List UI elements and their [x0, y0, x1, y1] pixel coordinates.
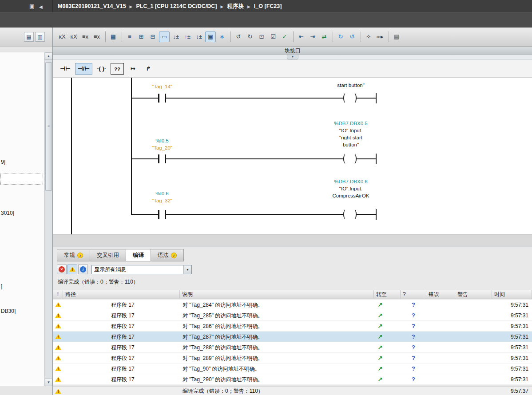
access-rights-icon[interactable]: ✧ [363, 32, 374, 42]
rename-tag-icon[interactable]: ▦ [108, 32, 119, 42]
nc-contact-icon[interactable]: ⊣/⊢ [75, 63, 92, 75]
contact-tag-label[interactable]: "Tag_14" [152, 84, 172, 89]
no-contact[interactable] [158, 94, 166, 103]
column-warnings[interactable]: 警告 [455, 290, 492, 299]
coil-operand-label[interactable]: "right start [339, 135, 362, 140]
close-branch-icon[interactable]: ↱ [142, 63, 155, 75]
tab-general[interactable]: 常规 i [57, 249, 90, 261]
insert-box-down-icon[interactable]: ↓± [171, 32, 181, 42]
tab-syntax[interactable]: 语法 i [151, 249, 184, 261]
breadcrumb-plc[interactable]: PLC_1 [CPU 1214C DC/DC/DC] [136, 3, 217, 9]
tree-selected-item[interactable] [0, 174, 43, 185]
table-row[interactable]: ! 程序段 17 对 "Tag_285" 的访问地址不明确。 ↗ ? 9:57:… [53, 310, 532, 321]
help-question-icon[interactable]: ? [401, 374, 426, 385]
chevron-down-icon[interactable]: ▼ [183, 265, 191, 274]
sync-icon[interactable]: ⇄ [319, 32, 330, 42]
call-structure-icon[interactable]: ⊡ [256, 32, 267, 42]
breadcrumb-program-blocks[interactable]: 程序块 [227, 3, 244, 9]
tree-item-fragment[interactable]: 3010] [1, 210, 14, 216]
coil-address-label[interactable]: %DB7.DBX0.5 [334, 121, 367, 126]
go-to-next-icon[interactable]: ↻ [245, 32, 255, 42]
contact-tag-label[interactable]: "Tag_20" [152, 145, 172, 150]
goto-arrow-icon[interactable]: ↗ [374, 300, 401, 310]
contact-tag-label[interactable]: "Tag_32" [152, 198, 172, 203]
absolute-operands-icon[interactable]: ĸX [57, 32, 67, 42]
no-contact[interactable] [158, 154, 166, 163]
breadcrumb-project[interactable]: M083E20190121_V14_V15 [58, 3, 126, 9]
help-question-icon[interactable]: ? [401, 363, 426, 374]
show-comments-icon[interactable]: ▭ [159, 32, 170, 42]
ladder-network-canvas[interactable]: "Tag_14" start button" %DB7.DBX0.5 "IO".… [53, 78, 532, 234]
insert-branch-icon[interactable]: ↕± [194, 32, 204, 42]
coil-address-label[interactable]: %DB7.DBX0.6 [334, 179, 367, 184]
coil-operand-label[interactable]: start button" [337, 83, 365, 88]
help-question-icon[interactable]: ? [401, 310, 426, 321]
monitoring-icon[interactable]: ∞▸ [375, 32, 385, 42]
help-question-icon[interactable]: ? [401, 342, 426, 353]
coil-icon[interactable]: -( )- [95, 63, 108, 75]
contact-address-label[interactable]: %I0.6 [155, 191, 168, 196]
tree-detail-icon[interactable]: ▥ [35, 32, 45, 42]
table-row-selected[interactable]: ! 程序段 17 对 "Tag_287" 的访问地址不明确。 ↗ ? 9:57:… [53, 332, 532, 342]
tree-item-fragment[interactable]: ] [1, 283, 2, 289]
help-question-icon[interactable]: ? [401, 300, 426, 310]
column-path[interactable]: 路径 [63, 290, 180, 299]
collapse-handle-icon[interactable]: ▼ [287, 55, 298, 59]
help-question-icon[interactable]: ? [401, 332, 426, 342]
column-help[interactable]: ? [401, 290, 426, 299]
breadcrumb-block[interactable]: I_O [FC23] [254, 3, 282, 9]
empty-box-icon[interactable]: ?? [111, 63, 124, 75]
tree-item-fragment[interactable]: DB30] [1, 308, 16, 314]
table-row[interactable]: ! 程序段 17 对 "Tag_284" 的访问地址不明确。 ↗ ? 9:57:… [53, 300, 532, 310]
coil-operand-label[interactable]: CompressAirOK [332, 193, 369, 198]
symbolic-operands-icon[interactable]: ĸX [68, 32, 79, 42]
goto-arrow-icon[interactable]: ↗ [374, 332, 401, 342]
goto-arrow-icon[interactable]: ↗ [374, 363, 401, 374]
table-row[interactable]: ! 程序段 17 对 "Tag_289" 的访问地址不明确。 ↗ ? 9:57:… [53, 353, 532, 363]
table-row[interactable]: ! 程序段 17 对 "Tag_288" 的访问地址不明确。 ↗ ? 9:57:… [53, 342, 532, 353]
output-coil[interactable] [343, 209, 357, 219]
scroll-down-icon[interactable]: ▼ [45, 379, 52, 386]
table-row[interactable]: ! 程序段 17 对 "Tag_286" 的访问地址不明确。 ↗ ? 9:57:… [53, 321, 532, 332]
column-errors[interactable]: 错误 [426, 290, 455, 299]
goto-arrow-icon[interactable]: ↗ [374, 353, 401, 363]
filter-errors-button[interactable]: ✕ [57, 265, 67, 274]
network-titles-icon[interactable]: ≡x [91, 32, 102, 42]
freeform-comment-icon[interactable]: ▣ [205, 32, 216, 42]
insert-favorite-icon[interactable]: ∗ [217, 32, 227, 42]
update-calls-icon[interactable]: ☑ [268, 32, 278, 42]
insert-box-up-icon[interactable]: ↑± [182, 32, 193, 42]
table-row[interactable]: ! 程序段 17 对 "Tag_90" 的访问地址不明确。 ↗ ? 9:57:3… [53, 363, 532, 374]
block-interface-bar[interactable]: 块接口 [53, 47, 532, 55]
message-filter-dropdown[interactable]: 显示所有消息 ▼ [91, 265, 192, 274]
output-coil[interactable] [343, 93, 357, 103]
window-layout-icon[interactable]: ▣ [29, 3, 34, 10]
open-branch-icon[interactable]: ↦ [126, 63, 139, 75]
pane-splitter[interactable] [53, 234, 532, 247]
column-description[interactable]: 说明 [180, 290, 374, 299]
coil-operand-label[interactable]: "IO".Input. [339, 128, 362, 133]
help-question-icon[interactable]: ? [401, 321, 426, 332]
goto-arrow-icon[interactable]: ↗ [374, 342, 401, 353]
column-goto[interactable]: 转至 [374, 290, 401, 299]
filter-info-button[interactable]: i [78, 265, 88, 274]
column-time[interactable]: 时间 [492, 290, 532, 299]
goto-arrow-icon[interactable]: ↗ [374, 321, 401, 332]
tree-view-icon[interactable]: ▤ [24, 32, 34, 42]
scroll-up-icon[interactable]: ▲ [45, 52, 52, 60]
goto-arrow-icon[interactable]: ↗ [374, 374, 401, 385]
tab-compile[interactable]: 编译 [126, 249, 151, 261]
coil-operand-label[interactable]: button" [343, 142, 359, 147]
tree-scrollbar[interactable]: ▲ ≡ ▼ [44, 52, 52, 386]
collapse-panel-icon[interactable]: ◀ [39, 4, 43, 11]
tab-cross-references[interactable]: 交叉引用 [90, 249, 126, 261]
go-to-previous-icon[interactable]: ↺ [233, 32, 244, 42]
operand-comments-icon[interactable]: ≡x [80, 32, 91, 42]
output-coil[interactable] [343, 154, 357, 164]
consistency-check-icon[interactable]: ✓ [279, 32, 290, 42]
coil-operand-label[interactable]: "IO".Input. [339, 186, 362, 191]
go-online-icon[interactable]: ↻ [335, 32, 346, 42]
no-contact[interactable] [158, 210, 166, 219]
table-row[interactable]: ! 程序段 17 对 "Tag_290" 的访问地址不明确。 ↗ ? 9:57:… [53, 374, 532, 385]
filter-warnings-button[interactable]: ! [67, 265, 77, 274]
